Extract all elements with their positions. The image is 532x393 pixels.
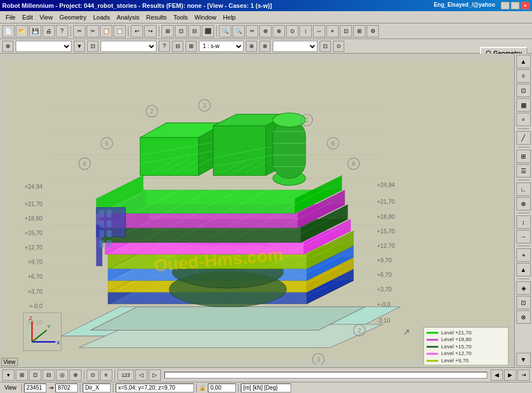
tb-btn-6[interactable]: ✂ (73, 25, 86, 37)
help-btn[interactable]: ? (56, 25, 68, 37)
view-select-button[interactable]: ▼ (2, 370, 15, 381)
tb-btn-15[interactable]: ⬛ (202, 25, 214, 37)
combo-4[interactable] (273, 41, 317, 52)
scroll-up-button[interactable]: ▲ (516, 55, 531, 68)
bb-btn-3[interactable]: ⊡ (29, 370, 41, 381)
menu-view[interactable]: View (36, 13, 56, 22)
svg-text:+12,70: +12,70 (25, 245, 42, 251)
combo-1[interactable] (16, 41, 72, 52)
rt-btn-9[interactable]: ⊕ (516, 197, 531, 210)
rt-btn-14[interactable]: ◈ (516, 281, 531, 295)
rt-btn-5[interactable]: ╱ (516, 131, 531, 145)
menu-loads[interactable]: Loads (90, 13, 113, 22)
tb-btn-22[interactable]: ↕ (300, 25, 312, 37)
minimize-button[interactable]: _ (501, 2, 510, 9)
svg-marker-13 (91, 307, 365, 330)
maximize-button[interactable]: □ (511, 2, 520, 9)
rt-btn-4[interactable]: ≡ (516, 113, 531, 126)
new-button[interactable]: 📄 (2, 25, 15, 37)
svg-rect-190 (426, 339, 438, 341)
svg-text:+-0,0: +-0,0 (29, 303, 42, 309)
tb-btn-12[interactable]: ⊞ (162, 25, 174, 37)
tb2-btn-9[interactable]: ⊡ (320, 41, 331, 52)
tb2-btn-6[interactable]: ⊞ (186, 41, 197, 52)
undo-button[interactable]: ↩ (131, 25, 143, 37)
bb-btn-9[interactable]: 123 (117, 370, 134, 381)
bb-btn-5[interactable]: ◎ (56, 370, 68, 381)
tb-btn-18[interactable]: ✂ (246, 25, 258, 37)
bb-btn-nav-end[interactable]: ⇥ (517, 370, 530, 381)
bb-btn-nav-back[interactable]: ◀ (491, 370, 503, 381)
bb-btn-10[interactable]: ◁ (135, 370, 148, 381)
tb2-btn-4[interactable]: ? (159, 41, 170, 52)
tb-btn-25[interactable]: ⊡ (340, 25, 352, 37)
close-button[interactable]: × (521, 2, 530, 9)
rt-btn-2[interactable]: ⊡ (516, 84, 531, 97)
menu-edit[interactable]: Edit (19, 13, 36, 22)
tb-btn-17[interactable]: 🔍 (232, 25, 245, 37)
snap-btn[interactable]: ⊕ (2, 41, 13, 52)
menu-help[interactable]: Help (220, 13, 239, 22)
rt-btn-3[interactable]: ▦ (516, 98, 531, 112)
menu-tools[interactable]: Tools (170, 13, 191, 22)
svg-text:+6,70: +6,70 (28, 274, 43, 280)
tb2-btn-3[interactable]: ⊡ (87, 41, 98, 52)
tb-btn-13[interactable]: ⊡ (175, 25, 187, 37)
tb2-btn-10[interactable]: ⊙ (333, 41, 344, 52)
bb-btn-8[interactable]: ≡ (100, 370, 112, 381)
toolbar2: ⊕ ▼ ⊡ ? ⊟ ⊞ 1 : s-w ⊕ ⊗ ⊡ ⊙ (0, 39, 532, 54)
scroll-down-button[interactable]: ▼ (516, 353, 531, 366)
rt-btn-6[interactable]: ⊞ (516, 150, 531, 163)
bb-btn-2[interactable]: ⊞ (16, 370, 28, 381)
menu-results[interactable]: Results (143, 13, 170, 22)
rt-btn-16[interactable]: ⊗ (516, 310, 531, 324)
rt-btn-8[interactable]: ∟ (516, 183, 531, 196)
menu-file[interactable]: File (2, 13, 19, 22)
save-button[interactable]: 💾 (29, 25, 41, 37)
rt-btn-7[interactable]: ☰ (516, 164, 531, 178)
menu-geometry[interactable]: Geometry (56, 13, 89, 22)
bb-btn-nav-fwd[interactable]: ▶ (504, 370, 516, 381)
tb2-btn-8[interactable]: ⊗ (259, 41, 270, 52)
tb2-btn-5[interactable]: ⊟ (172, 41, 183, 52)
tb-btn-7[interactable]: ✂ (87, 25, 99, 37)
rt-btn-15[interactable]: ⊡ (516, 296, 531, 309)
tb2-btn-2[interactable]: ▼ (74, 41, 85, 52)
bb-btn-7[interactable]: ⊙ (87, 370, 99, 381)
bottombar: ▼ ⊞ ⊡ ⊟ ◎ ⊕ ⊙ ≡ 123 ◁ ▷ ◀ ▶ ⇥ (0, 367, 532, 382)
tb-btn-20[interactable]: ⊗ (273, 25, 285, 37)
tb-btn-19[interactable]: ⊕ (259, 25, 272, 37)
rt-btn-11[interactable]: → (516, 230, 531, 243)
rt-btn-12[interactable]: ⌖ (516, 248, 531, 262)
tb-btn-26[interactable]: ⊞ (353, 25, 365, 37)
tb2-btn-7[interactable]: ⊕ (246, 41, 257, 52)
svg-rect-128 (107, 231, 111, 238)
bb-btn-11[interactable]: ▷ (149, 370, 161, 381)
menu-analysis[interactable]: Analysis (113, 13, 143, 22)
svg-rect-115 (273, 120, 306, 179)
redo-button[interactable]: ↪ (144, 25, 156, 37)
tb-btn-23[interactable]: ↔ (313, 25, 325, 37)
combo-2[interactable] (101, 41, 156, 52)
tb-btn-9[interactable]: 📋 (113, 25, 126, 37)
right-toolbar: ▲ ① ⊡ ▦ ≡ ╱ ⊞ ☰ ∟ ⊕ ↕ → ⌖ ▲ ◈ ⊡ ⊗ ▼ (514, 54, 532, 367)
rt-btn-13[interactable]: ▲ (516, 263, 531, 276)
print-button[interactable]: 🖨 (42, 25, 55, 37)
rt-sep-4 (517, 213, 530, 213)
open-button[interactable]: 📂 (16, 25, 28, 37)
menu-window[interactable]: Window (191, 13, 220, 22)
status-value2: 8702 (55, 384, 78, 392)
tb-btn-21[interactable]: ⊙ (286, 25, 298, 37)
canvas-area[interactable]: 2 3 C B A 5 6 C B A 6 4 (0, 54, 514, 367)
status-value4: 0,00 (208, 384, 236, 392)
tb-btn-27[interactable]: ⚙ (367, 25, 379, 37)
rt-btn-1[interactable]: ① (516, 69, 531, 83)
rt-btn-10[interactable]: ↕ (516, 215, 531, 229)
tb-btn-16[interactable]: 🔍 (219, 25, 231, 37)
tb-btn-8[interactable]: 📋 (100, 25, 112, 37)
combo-case[interactable]: 1 : s-w (199, 41, 244, 52)
bb-btn-4[interactable]: ⊟ (42, 370, 55, 381)
tb-btn-24[interactable]: ⌖ (326, 25, 339, 37)
bb-btn-6[interactable]: ⊕ (69, 370, 82, 381)
tb-btn-14[interactable]: ⊟ (188, 25, 201, 37)
